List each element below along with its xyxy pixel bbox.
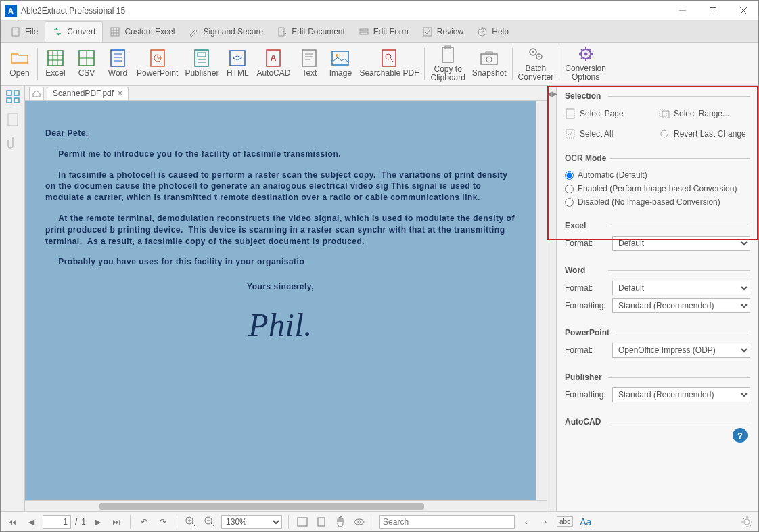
hand-tool-button[interactable] [333, 514, 348, 529]
bookmarks-icon[interactable] [5, 112, 21, 128]
ocr-option-enabled[interactable]: Enabled (Perform Image-based Conversion) [565, 182, 750, 195]
thumbnails-icon[interactable] [5, 89, 21, 105]
svg-rect-38 [302, 50, 316, 66]
next-page-button[interactable]: ▶ [90, 514, 105, 529]
csv-button[interactable]: CSV [72, 45, 101, 83]
search-input[interactable] [380, 515, 515, 529]
zoom-select[interactable]: 130% [221, 515, 282, 529]
label: Formatting: [565, 301, 608, 310]
view-mode-button[interactable] [352, 514, 367, 529]
zoom-in-button[interactable] [183, 514, 198, 529]
ppt-section: PowerPoint Format:OpenOffice Impress (OD… [557, 322, 758, 367]
powerpoint-button[interactable]: PowerPoint [134, 45, 181, 83]
publisher-formatting-select[interactable]: Standard (Recommended) [612, 387, 750, 402]
text-button[interactable]: Text [294, 45, 324, 83]
label: Revert Last Change [674, 129, 746, 139]
minimize-button[interactable] [667, 1, 697, 21]
html-button[interactable]: <>HTML [223, 45, 252, 83]
radio-input[interactable] [565, 171, 574, 180]
conversion-options-button[interactable]: Conversion Options [562, 45, 609, 83]
svg-line-63 [589, 57, 591, 59]
publisher-button[interactable]: Publisher [182, 45, 221, 83]
ppt-format-select[interactable]: OpenOffice Impress (ODP) [612, 343, 750, 358]
vertical-scrollbar[interactable] [536, 101, 547, 500]
radio-input[interactable] [565, 198, 574, 207]
ocr-option-disabled[interactable]: Disabled (No Image-based Conversion) [565, 195, 750, 209]
select-range-button[interactable]: Select Range... [659, 106, 750, 121]
svg-rect-1 [710, 7, 716, 14]
searchable-pdf-button[interactable]: Searchable PDF [356, 45, 421, 83]
excel-button[interactable]: Excel [41, 45, 70, 83]
svg-line-92 [750, 525, 751, 526]
open-button[interactable]: Open [5, 45, 34, 83]
publisher-icon [193, 49, 210, 67]
tab-close-icon[interactable]: × [118, 89, 122, 98]
case-toggle[interactable]: Aa [580, 516, 591, 527]
document-page[interactable]: Dear Pete, Permit me to introduce you to… [25, 101, 536, 500]
menu-review[interactable]: Review [415, 21, 470, 42]
image-button[interactable]: Image [325, 45, 355, 83]
menu-edit-form[interactable]: Edit Form [352, 21, 415, 42]
first-page-button[interactable]: ⏮ [5, 514, 20, 529]
doc-line: Permit me to introduce you to the facili… [45, 149, 515, 160]
panel-toggle[interactable]: ◀▶ [547, 86, 557, 511]
excel-section: Excel Format:Default [557, 216, 758, 260]
camera-icon [480, 49, 498, 67]
radio-input[interactable] [565, 185, 574, 193]
menu-help[interactable]: ?Help [470, 21, 515, 42]
scroll-thumb[interactable] [99, 503, 424, 510]
help-badge-icon[interactable]: ? [733, 428, 748, 443]
home-icon [32, 89, 41, 97]
select-page-button[interactable]: Select Page [565, 106, 656, 121]
menu-edit-document[interactable]: Edit Document [270, 21, 352, 42]
pdf-search-icon [380, 49, 398, 67]
search-prev-button[interactable]: ‹ [519, 514, 534, 529]
side-panel: ◀▶ Selection Select Page Select Range...… [547, 86, 758, 511]
word-button[interactable]: Word [103, 45, 133, 83]
svg-line-94 [750, 518, 751, 519]
rotate-left-button[interactable]: ↶ [137, 514, 152, 529]
home-tab[interactable] [29, 87, 44, 100]
fit-page-button[interactable] [314, 514, 329, 529]
batch-converter-button[interactable]: Batch Converter [515, 45, 557, 83]
ocr-option-automatic[interactable]: Automatic (Default) [565, 168, 750, 182]
menu-sign[interactable]: Sign and Secure [181, 21, 270, 42]
close-button[interactable] [728, 1, 758, 21]
search-next-button[interactable]: › [538, 514, 553, 529]
separator [512, 48, 513, 80]
last-page-button[interactable]: ⏭ [109, 514, 124, 529]
word-formatting-select[interactable]: Standard (Recommended) [612, 298, 750, 313]
autocad-button[interactable]: AAutoCAD [254, 45, 293, 83]
label: Disabled (No Image-based Conversion) [578, 197, 720, 207]
tb-label: Conversion Options [565, 64, 606, 82]
attachments-icon[interactable] [5, 135, 21, 151]
rotate-right-button[interactable]: ↷ [156, 514, 170, 529]
menu-custom-excel[interactable]: Custom Excel [103, 21, 181, 42]
menu-convert[interactable]: Convert [45, 21, 103, 42]
prev-page-button[interactable]: ◀ [24, 514, 39, 529]
form-icon [359, 26, 369, 37]
fit-width-button[interactable] [295, 514, 310, 529]
maximize-button[interactable] [697, 1, 728, 21]
menu-file[interactable]: File [3, 21, 45, 42]
file-tab[interactable]: ScannedPDF.pdf× [47, 87, 129, 100]
svg-point-45 [386, 54, 391, 59]
word-format-select[interactable]: Default [612, 281, 750, 295]
zoom-out-button[interactable] [202, 514, 217, 529]
document-scroll[interactable]: Dear Pete, Permit me to introduce you to… [25, 101, 536, 500]
autocad-section: AutoCAD ? [557, 412, 758, 439]
theme-button[interactable] [739, 514, 754, 529]
select-all-button[interactable]: Select All [565, 126, 656, 141]
excel-format-select[interactable]: Default [612, 236, 750, 251]
clipboard-button[interactable]: Copy to Clipboard [428, 45, 467, 83]
whole-word-toggle[interactable]: abc [557, 516, 573, 527]
tb-label: Excel [45, 69, 65, 78]
page-input[interactable] [43, 515, 71, 529]
html-icon: <> [229, 49, 246, 67]
revert-button[interactable]: Revert Last Change [659, 126, 750, 141]
menu-label: Edit Form [373, 27, 409, 37]
gears-icon [527, 46, 545, 62]
csv-icon [78, 49, 95, 67]
snapshot-button[interactable]: Snapshot [469, 45, 509, 83]
horizontal-scrollbar[interactable] [25, 500, 547, 511]
